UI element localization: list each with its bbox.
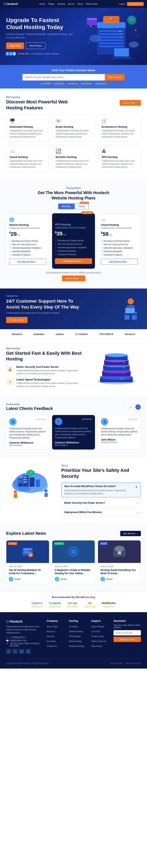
- get-quote-button[interactable]: Get A Quote ▾: [127, 2, 144, 6]
- cloud-plan-button[interactable]: Get Started Now →: [101, 259, 138, 265]
- hosting-link-4[interactable]: Cloud Hosting: [69, 640, 82, 643]
- getstarted-section: Web Hosting Get Started Fast & Easily Wi…: [0, 339, 147, 396]
- svg-point-11: [119, 33, 120, 35]
- tld-shop[interactable]: .shop $14.12: [95, 83, 107, 85]
- footer-newsletter-col: Newsletter Stay up to date with the late…: [113, 620, 141, 654]
- nav-pages[interactable]: Pages: [48, 3, 54, 5]
- news-3-image: Cloud 🏢: [98, 540, 141, 563]
- newsletter-subscribe-button[interactable]: Subscribe Now: [113, 637, 141, 642]
- svg-rect-61: [25, 476, 27, 478]
- nav-home[interactable]: Home: [39, 3, 45, 5]
- svg-point-9: [119, 30, 120, 32]
- email-title: Email Hosting: [56, 125, 91, 128]
- news-card-3[interactable]: Cloud 🏢 June 12, 2024 Hosting Guide Ever…: [98, 540, 141, 584]
- support-link-3[interactable]: Privacy Policy: [91, 635, 104, 638]
- support-link-5[interactable]: Help Center: [91, 645, 102, 647]
- domain-search-button[interactable]: Search Now: [105, 74, 124, 81]
- support-link-2[interactable]: Live Chat: [91, 630, 100, 632]
- company-link-5[interactable]: Contact Us: [46, 645, 57, 647]
- company-link-2[interactable]: About Us: [46, 630, 55, 632]
- cloud-icon: ☁️: [10, 149, 45, 154]
- news-3-title: Hosting Guide Everything You Need To Kno…: [101, 568, 138, 576]
- tld-net[interactable]: .net $11.12: [67, 83, 78, 85]
- plan-shared: 🌐 Shared Hosting Collaboratively end-to-…: [6, 213, 49, 269]
- contact-now-button[interactable]: Contact Now: [6, 317, 28, 323]
- faq-item-2[interactable]: Better Security And Faster Server? ›: [61, 499, 141, 507]
- svg-point-70: [44, 489, 47, 492]
- faq-item-3[interactable]: Deployment Within Few Minutes ›: [61, 508, 141, 516]
- social-instagram[interactable]: in: [19, 649, 24, 654]
- company-link-1[interactable]: Home Page: [46, 625, 58, 628]
- svg-rect-55: [19, 479, 20, 481]
- nav-hosting[interactable]: Hosting: [58, 3, 65, 5]
- footer-logo: ⬡ Hostech: [6, 620, 42, 623]
- social-twitter[interactable]: t: [13, 649, 17, 654]
- news-3-category-badge: Cloud: [100, 542, 107, 545]
- tld-info[interactable]: .info $13.12: [81, 83, 91, 85]
- footer-company-links: Home Page About Us Services Our Team Con…: [46, 624, 65, 648]
- svg-rect-58: [21, 482, 22, 483]
- company-link-3[interactable]: Services: [46, 635, 54, 638]
- all-plans-button[interactable]: See All Plans →: [62, 275, 85, 281]
- capterra-logo: Capterra ★★★★★: [31, 601, 43, 608]
- vps-plan-button[interactable]: Get Started Now →: [55, 258, 92, 264]
- tld-com[interactable]: .com $8.98: [40, 83, 50, 85]
- footer-hosting-heading: Hosting: [69, 620, 87, 622]
- social-facebook[interactable]: f: [6, 649, 11, 654]
- hero-view-plans-button[interactable]: View Plans: [26, 42, 45, 49]
- hosting-link-2[interactable]: Shared Hosting: [69, 630, 83, 632]
- news-card-1[interactable]: Hosting 🏠 June 12, 2024 Top 10 Hosting M…: [6, 540, 49, 584]
- news-3-date: June 12, 2024: [101, 565, 138, 568]
- brand-indiedev: Indiedev: [34, 333, 44, 336]
- testimonials-label: Testimonials: [6, 403, 53, 405]
- footer-columns: ⬡ Hostech Collaboratively formulate end-…: [6, 620, 141, 654]
- svg-text:✓: ✓: [29, 471, 32, 475]
- nav-help[interactable]: Help Center: [86, 3, 98, 5]
- safety-title: Prioritize Your Site's Safety And Securi…: [61, 467, 141, 479]
- plan-cloud-features: ✓ Branding and Design Identity ✓ Web sit…: [101, 239, 138, 257]
- hosting-link-1[interactable]: E Hosting: [69, 625, 78, 628]
- news-card-2[interactable]: Business 🌐 June 12, 2024 A Beginner's Gu…: [52, 540, 95, 584]
- hero-buy-button[interactable]: Buy Now: [6, 42, 24, 49]
- svg-rect-19: [111, 58, 132, 59]
- testimonials-prev-button[interactable]: ‹: [128, 404, 134, 410]
- news-2-title: A Beginner's Guide to Reliable Hosting F…: [55, 568, 93, 576]
- svg-rect-6: [99, 42, 123, 44]
- brands-section: Nextech Indiedev wattse ⬡ chatbot TECHBO…: [0, 329, 147, 339]
- dedicated-icon: 🖥️: [10, 118, 45, 124]
- support-link-4[interactable]: Terms of Service: [91, 640, 106, 643]
- see-all-button[interactable]: See All Post →: [120, 531, 141, 536]
- news-1-image: Hosting 🏠: [6, 540, 49, 563]
- navbar-logo[interactable]: ⬡ Hostech: [3, 2, 18, 6]
- getstarted-item-speed: ⚡ Latest Speed Technologies Collaborativ…: [6, 378, 86, 388]
- vps-icon: 🖧: [102, 149, 137, 154]
- svg-rect-5: [99, 39, 123, 41]
- company-link-4[interactable]: Our Team: [46, 640, 56, 643]
- yearly-toggle[interactable]: Yearly Save 29%: [75, 204, 89, 209]
- hosting-link-5[interactable]: Reseller Hosting: [69, 645, 84, 647]
- nav-server[interactable]: Server: [68, 3, 74, 5]
- svg-point-8: [121, 30, 122, 32]
- hosting-link-3[interactable]: VPS Hosting: [69, 635, 81, 638]
- footer-terms-link[interactable]: Terms of Service: [126, 662, 141, 664]
- footer-privacy-link[interactable]: Privacy Policy: [110, 662, 123, 664]
- explore-now-button[interactable]: Explore Now →: [120, 100, 141, 106]
- svg-point-23: [135, 30, 136, 31]
- tld-org[interactable]: .org $10.12: [54, 83, 64, 85]
- support-link-1[interactable]: Login Register: [91, 625, 104, 628]
- safety-illustration: ✓: [6, 464, 55, 514]
- login-link[interactable]: Log In: [119, 3, 125, 5]
- monthly-toggle[interactable]: Monthly: [58, 204, 75, 209]
- news-section: Explore Latest News See All Post → Hosti…: [0, 524, 147, 592]
- testimonials-next-button[interactable]: ›: [135, 404, 141, 410]
- social-linkedin[interactable]: li: [26, 649, 31, 654]
- shared-plan-button[interactable]: Get Started Now →: [9, 259, 46, 265]
- newsletter-email-input[interactable]: [113, 630, 141, 636]
- svg-point-49: [123, 367, 124, 368]
- getstarted-item-security: 🔒 Better Security And Faster Server Coll…: [6, 365, 86, 375]
- plan-vps-badge: Save 29%: [81, 211, 93, 214]
- cloud-title: Cloud Hosting: [10, 155, 45, 159]
- domain-search-input[interactable]: [23, 74, 105, 81]
- faq-item-1[interactable]: How To Install WordPress Theme On Canel?…: [61, 483, 141, 497]
- nav-news[interactable]: News: [77, 3, 83, 5]
